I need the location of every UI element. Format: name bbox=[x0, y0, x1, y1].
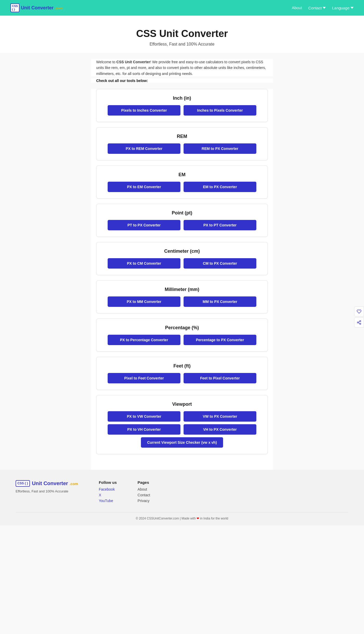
footer-logo-name: Unit Converter .com bbox=[32, 480, 78, 486]
section-feet-title: Feet (ft) bbox=[104, 363, 260, 369]
section-em: EM PX to EM Converter EM to PX Converter bbox=[96, 166, 268, 199]
footer-logo-css: CSS bbox=[17, 481, 24, 485]
pt-to-px-button[interactable]: PT to PX Converter bbox=[108, 220, 180, 230]
section-inch-title: Inch (in) bbox=[104, 96, 260, 101]
percent-to-px-button[interactable]: Percentage to PX Converter bbox=[184, 335, 256, 345]
point-btn-row: PT to PX Converter PX to PT Converter bbox=[104, 220, 260, 230]
chevron-down-icon bbox=[350, 6, 354, 9]
section-percent: Percentage (%) PX to Percentage Converte… bbox=[96, 319, 268, 352]
share-button[interactable] bbox=[354, 318, 364, 327]
section-feet: Feet (ft) Pixel to Feet Converter Feet t… bbox=[96, 357, 268, 390]
footer-facebook-link[interactable]: Facebook bbox=[99, 487, 117, 491]
viewport-size-checker-button[interactable]: Current Viewport Size Checker (vw x vh) bbox=[141, 437, 223, 448]
heart-icon bbox=[357, 309, 361, 314]
main-content: Inch (in) Pixels to Inches Converter Inc… bbox=[91, 89, 273, 470]
footer-youtube-link[interactable]: YouTube bbox=[99, 499, 117, 503]
percent-btn-row: PX to Percentage Converter Percentage to… bbox=[104, 335, 260, 345]
nav-logo[interactable]: CSS { } Unit Converter .com bbox=[10, 3, 63, 12]
section-percent-title: Percentage (%) bbox=[104, 325, 260, 331]
px-to-percent-button[interactable]: PX to Percentage Converter bbox=[108, 335, 180, 345]
footer: CSS { } Unit Converter .com Effortless, … bbox=[0, 470, 364, 525]
footer-about-link[interactable]: About bbox=[138, 487, 150, 491]
footer-privacy-link[interactable]: Privacy bbox=[138, 499, 150, 503]
favorite-button[interactable] bbox=[354, 307, 364, 316]
cm-btn-row: PX to CM Converter CM to PX Converter bbox=[104, 258, 260, 269]
intro-prefix: Welcome to bbox=[96, 60, 116, 64]
mm-btn-row: PX to MM Converter MM to PX Converter bbox=[104, 296, 260, 307]
inch-btn-row: Pixels to Inches Converter Inches to Pix… bbox=[104, 105, 260, 116]
px-to-vh-button[interactable]: PX to VH Converter bbox=[108, 424, 180, 435]
section-mm: Millimeter (mm) PX to MM Converter MM to… bbox=[96, 280, 268, 313]
page-title: CSS Unit Converter bbox=[5, 28, 359, 39]
section-rem: REM PX to REM Converter REM to PX Conver… bbox=[96, 127, 268, 160]
pixel-to-feet-button[interactable]: Pixel to Feet Converter bbox=[108, 373, 180, 383]
em-to-px-button[interactable]: EM to PX Converter bbox=[184, 182, 256, 192]
logo-css-text: CSS bbox=[12, 4, 18, 8]
hero-section: CSS Unit Converter Effortless, Fast and … bbox=[0, 16, 364, 53]
section-em-title: EM bbox=[104, 172, 260, 177]
check-out-label: Check out all our tools below: bbox=[91, 79, 273, 83]
logo-name: Unit Converter .com bbox=[21, 5, 63, 11]
mm-to-px-button[interactable]: MM to PX Converter bbox=[184, 296, 256, 307]
viewport-btn-row-2: PX to VH Converter VH to PX Converter bbox=[104, 424, 260, 435]
svg-point-2 bbox=[360, 323, 361, 325]
section-point: Point (pt) PT to PX Converter PX to PT C… bbox=[96, 204, 268, 237]
section-mm-title: Millimeter (mm) bbox=[104, 287, 260, 292]
nav-dropdown-contact[interactable]: Contact bbox=[308, 6, 326, 10]
viewport-btn-row-1: PX to VW Converter VW to PX Converter bbox=[104, 411, 260, 422]
section-viewport: Viewport PX to VW Converter VW to PX Con… bbox=[96, 395, 268, 454]
footer-follow-section: Follow us Facebook X YouTube bbox=[99, 480, 117, 504]
nav-item-language[interactable]: Language bbox=[332, 6, 354, 10]
logo-icon: CSS { } bbox=[10, 3, 20, 12]
svg-point-0 bbox=[360, 321, 361, 322]
nav-dropdown-language[interactable]: Language bbox=[332, 6, 354, 10]
footer-logo-wrap: CSS { } Unit Converter .com bbox=[16, 480, 78, 486]
heart-icon: ❤ bbox=[197, 517, 199, 520]
nav-links: About Contact Language bbox=[292, 5, 354, 10]
footer-bottom: © 2024 CSSUnitConverter.com | Made with … bbox=[16, 512, 348, 520]
hero-subtitle: Effortless, Fast and 100% Accurate bbox=[5, 42, 359, 47]
intro-text: Welcome to CSS Unit Converter! We provid… bbox=[91, 59, 273, 77]
px-to-vw-button[interactable]: PX to VW Converter bbox=[108, 411, 180, 422]
footer-pages-section: Pages About Contact Privacy bbox=[138, 480, 150, 504]
inches-to-pixels-button[interactable]: Inches to Pixels Converter bbox=[184, 105, 256, 116]
intro-brand: CSS Unit Converter bbox=[116, 60, 150, 64]
svg-point-1 bbox=[357, 322, 359, 323]
px-to-mm-button[interactable]: PX to MM Converter bbox=[108, 296, 180, 307]
rem-btn-row: PX to REM Converter REM to PX Converter bbox=[104, 143, 260, 154]
vh-to-px-button[interactable]: VH to PX Converter bbox=[184, 424, 256, 435]
feet-btn-row: Pixel to Feet Converter Feet to Pixel Co… bbox=[104, 373, 260, 383]
section-inch: Inch (in) Pixels to Inches Converter Inc… bbox=[96, 89, 268, 122]
vw-to-px-button[interactable]: VW to PX Converter bbox=[184, 411, 256, 422]
rem-to-px-button[interactable]: REM to PX Converter bbox=[184, 143, 256, 154]
section-viewport-title: Viewport bbox=[104, 402, 260, 407]
section-point-title: Point (pt) bbox=[104, 210, 260, 216]
share-icon bbox=[357, 320, 361, 325]
copyright-text: © 2024 CSSUnitConverter.com | Made with … bbox=[136, 517, 228, 520]
footer-pages-heading: Pages bbox=[138, 480, 150, 485]
floating-buttons bbox=[354, 307, 364, 327]
px-to-pt-button[interactable]: PX to PT Converter bbox=[184, 220, 256, 230]
feet-to-pixel-button[interactable]: Feet to Pixel Converter bbox=[184, 373, 256, 383]
nav-item-about[interactable]: About bbox=[292, 5, 302, 10]
cm-to-px-button[interactable]: CM to PX Converter bbox=[184, 258, 256, 269]
logo-curly-text: { } bbox=[12, 8, 18, 11]
viewport-btn-row-3: Current Viewport Size Checker (vw x vh) bbox=[104, 437, 260, 448]
px-to-cm-button[interactable]: PX to CM Converter bbox=[108, 258, 180, 269]
nav-link-about[interactable]: About bbox=[292, 5, 302, 10]
section-rem-title: REM bbox=[104, 134, 260, 139]
footer-x-link[interactable]: X bbox=[99, 493, 117, 497]
em-btn-row: PX to EM Converter EM to PX Converter bbox=[104, 182, 260, 192]
section-cm-title: Centimeter (cm) bbox=[104, 249, 260, 254]
svg-line-3 bbox=[358, 323, 360, 324]
px-to-em-button[interactable]: PX to EM Converter bbox=[108, 182, 180, 192]
footer-contact-link[interactable]: Contact bbox=[138, 493, 150, 497]
section-cm: Centimeter (cm) PX to CM Converter CM to… bbox=[96, 242, 268, 275]
pixels-to-inches-button[interactable]: Pixels to Inches Converter bbox=[108, 105, 180, 116]
footer-logo-section: CSS { } Unit Converter .com Effortless, … bbox=[16, 480, 78, 493]
footer-logo-curly: { } bbox=[25, 481, 28, 485]
px-to-rem-button[interactable]: PX to REM Converter bbox=[108, 143, 180, 154]
footer-tagline: Effortless, Fast and 100% Accurate bbox=[16, 489, 78, 493]
nav-item-contact[interactable]: Contact bbox=[308, 6, 326, 10]
svg-line-4 bbox=[358, 321, 360, 322]
